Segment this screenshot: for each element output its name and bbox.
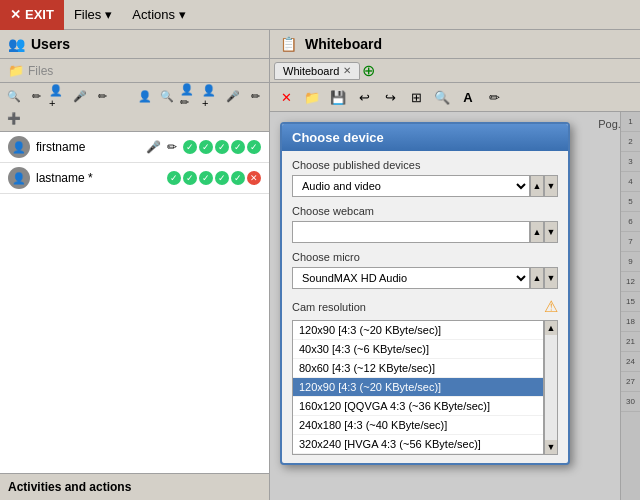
resolution-item-4[interactable]: 160x120 [QQVGA 4:3 (~36 KByte/sec)] bbox=[293, 397, 543, 416]
users-list: 👤 firstname 🎤 ✏ ✓ ✓ ✓ ✓ ✓ 👤 lastname * ✓… bbox=[0, 132, 269, 473]
cam-resolution-row: Cam resolution ⚠ bbox=[292, 297, 558, 316]
toolbar-search-user[interactable]: 🔍 bbox=[4, 86, 24, 106]
users-icon: 👥 bbox=[8, 36, 25, 52]
resolution-item-6[interactable]: 320x240 [HVGA 4:3 (~56 KByte/sec)] bbox=[293, 435, 543, 454]
pen-icon-firstname: ✏ bbox=[167, 140, 177, 154]
resolution-scrollbar: ▲ ▼ bbox=[544, 320, 558, 455]
exit-button[interactable]: ✕ EXIT bbox=[0, 0, 64, 30]
toolbar-add2[interactable]: 👤+ bbox=[201, 86, 221, 106]
user-actions-lastname: ✓ ✓ ✓ ✓ ✓ ✕ bbox=[167, 171, 261, 185]
files-label-left: Files bbox=[28, 64, 53, 78]
toolbar-mic[interactable]: 🎤 bbox=[70, 86, 90, 106]
resolution-scroll-down[interactable]: ▼ bbox=[545, 440, 557, 454]
exit-icon: ✕ bbox=[10, 7, 21, 22]
status-dot-l2: ✓ bbox=[183, 171, 197, 185]
webcam-label: Choose webcam bbox=[292, 205, 558, 217]
files-folder-icon: 📁 bbox=[8, 63, 24, 78]
tool-redo[interactable]: ↪ bbox=[378, 85, 402, 109]
status-dot-3: ✓ bbox=[215, 140, 229, 154]
files-dropdown-icon: ▾ bbox=[105, 7, 112, 22]
whiteboard-toolbar: ✕ 📁 💾 ↩ ↪ ⊞ 🔍 A ✏ bbox=[270, 83, 640, 112]
status-dot-4: ✓ bbox=[231, 140, 245, 154]
resolution-scroll-up[interactable]: ▲ bbox=[545, 321, 557, 335]
status-dot-l4: ✓ bbox=[215, 171, 229, 185]
whiteboard-tabs: Whiteboard ✕ ⊕ bbox=[270, 59, 640, 83]
users-toolbar: 🔍 ✏ 👤+ 🎤 ✏ 👤 🔍 👤✏ 👤+ 🎤 ✏ ➕ bbox=[0, 83, 269, 132]
user-name-firstname: firstname bbox=[36, 140, 140, 154]
user-name-lastname: lastname * bbox=[36, 171, 161, 185]
choose-device-modal: Choose device Choose published devices A… bbox=[280, 122, 570, 465]
warn-icon: ⚠ bbox=[544, 297, 558, 316]
modal-overlay: Choose device Choose published devices A… bbox=[270, 112, 640, 500]
tool-folder[interactable]: 📁 bbox=[300, 85, 324, 109]
resolution-item-2[interactable]: 80x60 [4:3 (~12 KByte/sec)] bbox=[293, 359, 543, 378]
tool-search[interactable]: 🔍 bbox=[430, 85, 454, 109]
users-title: Users bbox=[31, 36, 70, 52]
status-dot-l3: ✓ bbox=[199, 171, 213, 185]
files-button[interactable]: 📁 Files bbox=[0, 59, 269, 83]
toolbar-user3[interactable]: 🔍 bbox=[157, 86, 177, 106]
tool-text[interactable]: A bbox=[456, 85, 480, 109]
toolbar-edit-user[interactable]: ✏ bbox=[26, 86, 46, 106]
table-row: 👤 firstname 🎤 ✏ ✓ ✓ ✓ ✓ ✓ bbox=[0, 132, 269, 163]
toolbar-add-user[interactable]: 👤+ bbox=[48, 86, 68, 106]
published-devices-label: Choose published devices bbox=[292, 159, 558, 171]
whiteboard-content: Pog. 1 OpenMeetings manual para nuevos u… bbox=[270, 112, 640, 500]
tool-pen[interactable]: ✏ bbox=[482, 85, 506, 109]
users-header: 👥 Users bbox=[0, 30, 269, 59]
files-label: Files bbox=[74, 7, 101, 22]
toolbar-user2[interactable]: 👤 bbox=[135, 86, 155, 106]
cam-resolution-label: Cam resolution bbox=[292, 301, 366, 313]
published-devices-scroll-up[interactable]: ▲ bbox=[530, 175, 544, 197]
close-tab-icon[interactable]: ✕ bbox=[343, 65, 351, 76]
toolbar-mic2[interactable]: 🎤 bbox=[223, 86, 243, 106]
table-row: 👤 lastname * ✓ ✓ ✓ ✓ ✓ ✕ bbox=[0, 163, 269, 194]
published-devices-scroll-down[interactable]: ▼ bbox=[544, 175, 558, 197]
webcam-scroll-down[interactable]: ▼ bbox=[544, 221, 558, 243]
tool-zoom-fit[interactable]: ⊞ bbox=[404, 85, 428, 109]
activities-label: Activities and actions bbox=[8, 480, 131, 494]
webcam-scroll-up[interactable]: ▲ bbox=[530, 221, 544, 243]
micro-container: SoundMAX HD Audio ▲ ▼ bbox=[292, 267, 558, 289]
files-menu[interactable]: Files ▾ bbox=[64, 0, 122, 30]
status-dot-l5: ✓ bbox=[231, 171, 245, 185]
avatar: 👤 bbox=[8, 136, 30, 158]
tool-save[interactable]: 💾 bbox=[326, 85, 350, 109]
toolbar-user4[interactable]: 👤✏ bbox=[179, 86, 199, 106]
tab-whiteboard[interactable]: Whiteboard ✕ bbox=[274, 62, 360, 80]
whiteboard-title-text: Whiteboard bbox=[305, 36, 382, 52]
exit-label: EXIT bbox=[25, 7, 54, 22]
status-dot-2: ✓ bbox=[199, 140, 213, 154]
micro-select[interactable]: SoundMAX HD Audio bbox=[292, 267, 530, 289]
avatar: 👤 bbox=[8, 167, 30, 189]
resolution-item-1[interactable]: 40x30 [4:3 (~6 KByte/sec)] bbox=[293, 340, 543, 359]
toolbar-add3[interactable]: ➕ bbox=[4, 108, 24, 128]
presentation-icon: 📋 bbox=[280, 36, 297, 52]
resolution-item-3[interactable]: 120x90 [4:3 (~20 KByte/sec)] bbox=[293, 378, 543, 397]
status-dot-l1: ✓ bbox=[167, 171, 181, 185]
user-actions-firstname: ✓ ✓ ✓ ✓ ✓ bbox=[183, 140, 261, 154]
tool-undo[interactable]: ↩ bbox=[352, 85, 376, 109]
modal-title: Choose device bbox=[282, 124, 568, 151]
toolbar-pen[interactable]: ✏ bbox=[92, 86, 112, 106]
published-devices-select[interactable]: Audio and video bbox=[292, 175, 530, 197]
tool-stop[interactable]: ✕ bbox=[274, 85, 298, 109]
add-tab-icon[interactable]: ⊕ bbox=[362, 61, 375, 80]
mic-icon-firstname: 🎤 bbox=[146, 140, 161, 154]
resolution-list: 120x90 [4:3 (~20 KByte/sec)] 40x30 [4:3 … bbox=[292, 320, 544, 455]
status-dot-5: ✓ bbox=[247, 140, 261, 154]
actions-label: Actions bbox=[132, 7, 175, 22]
resolution-item-5[interactable]: 240x180 [4:3 (~40 KByte/sec)] bbox=[293, 416, 543, 435]
webcam-input[interactable] bbox=[292, 221, 530, 243]
micro-scroll-up[interactable]: ▲ bbox=[530, 267, 544, 289]
resolution-container: 120x90 [4:3 (~20 KByte/sec)] 40x30 [4:3 … bbox=[292, 320, 558, 455]
status-dot-1: ✓ bbox=[183, 140, 197, 154]
tab-whiteboard-label: Whiteboard bbox=[283, 65, 339, 77]
actions-dropdown-icon: ▾ bbox=[179, 7, 186, 22]
actions-menu[interactable]: Actions ▾ bbox=[122, 0, 196, 30]
toolbar-pen2[interactable]: ✏ bbox=[245, 86, 265, 106]
activities-bar: Activities and actions bbox=[0, 473, 269, 500]
resolution-item-0[interactable]: 120x90 [4:3 (~20 KByte/sec)] bbox=[293, 321, 543, 340]
micro-scroll-down[interactable]: ▼ bbox=[544, 267, 558, 289]
status-dot-l6: ✕ bbox=[247, 171, 261, 185]
